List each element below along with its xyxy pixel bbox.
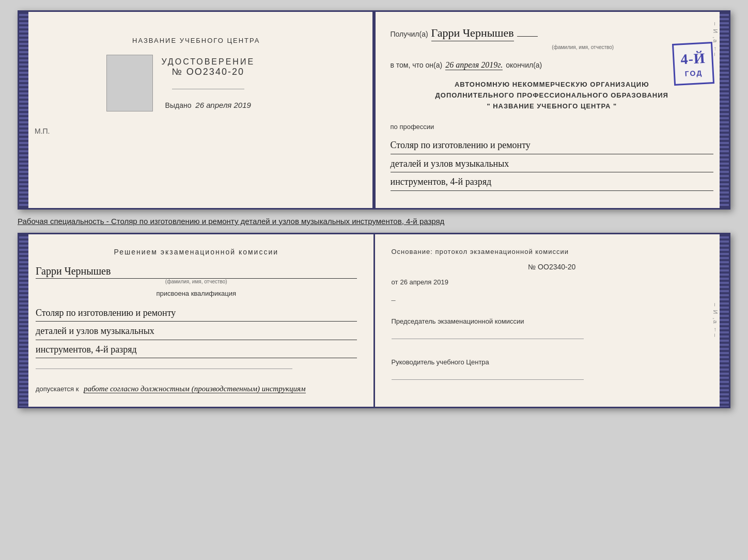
org-line3: " НАЗВАНИЕ УЧЕБНОГО ЦЕНТРА " (391, 101, 714, 112)
qualification-label: присвоена квалификация (36, 290, 357, 297)
finished-label: окончил(а) (506, 61, 542, 69)
side-decoration-right: – И ,а ←– (712, 22, 719, 57)
org-name-label: НАЗВАНИЕ УЧЕБНОГО ЦЕНТРА (132, 37, 260, 44)
exam-qual-line3: инструментов, 4-й разряд (36, 341, 357, 358)
director-block: Руководитель учебного Центра (392, 358, 713, 383)
bottom-certificate-spread: Решением экзаменационной комиссии Гарри … (18, 233, 730, 408)
exam-qual-block: Столяр по изготовлению и ремонту деталей… (36, 305, 357, 358)
allowed-prefix: допускается к (36, 385, 79, 393)
recipient-name: Гарри Чернышев (431, 26, 514, 41)
exam-person-name: Гарри Чернышев (36, 265, 357, 279)
bottom-right-binding-edge (720, 234, 729, 407)
photo-placeholder (106, 55, 153, 111)
chairman-label: Председатель экзаменационной комиссии (392, 317, 713, 326)
issued-date: 26 апреля 2019 (195, 101, 251, 109)
profession-line1: Столяр по изготовлению и ремонту (391, 137, 714, 154)
from-date: 26 апреля 2019 (400, 278, 448, 286)
cert-number: № OO2340-20 (161, 67, 255, 77)
spacer-dash: – (392, 295, 713, 305)
org-line1: АВТОНОМНУЮ НЕКОММЕРЧЕСКУЮ ОРГАНИЗАЦИЮ (391, 79, 714, 90)
exam-qual-line2: деталей и узлов музыкальных (36, 323, 357, 340)
issued-row: Выдано 26 апреля 2019 (165, 101, 251, 109)
director-label: Руководитель учебного Центра (392, 358, 713, 367)
exam-fio-hint: (фамилия, имя, отчество) (36, 279, 357, 284)
profession-prefix: по профессии (391, 123, 714, 131)
basis-label: Основание: протокол экзаменационной коми… (392, 248, 713, 255)
cert-right-page: 4-й ГОД Получил(а) Гарри Чернышев (фамил… (375, 12, 729, 208)
received-line: Получил(а) Гарри Чернышев (391, 26, 714, 41)
cert-number-section: УДОСТОВЕРЕНИЕ № OO2340-20 (161, 57, 255, 77)
org-block: АВТОНОМНУЮ НЕКОММЕРЧЕСКУЮ ОРГАНИЗАЦИЮ ДО… (391, 79, 714, 111)
allowed-row: допускается к работе согласно должностны… (36, 385, 357, 393)
in-fact-prefix: в том, что он(а) (391, 61, 443, 69)
profession-line3: инструментов, 4-й разряд (391, 173, 714, 190)
stamp-overlay: 4-й ГОД (672, 42, 714, 86)
exam-person-block: Гарри Чернышев (фамилия, имя, отчество) (36, 265, 357, 284)
issued-label: Выдано (165, 101, 192, 109)
mp-label: М.П. (35, 127, 50, 135)
cert-left-page: НАЗВАНИЕ УЧЕБНОГО ЦЕНТРА УДОСТОВЕРЕНИЕ №… (19, 12, 375, 208)
protocol-number: № OO2340-20 (392, 263, 713, 271)
right-binding-edge (720, 12, 729, 208)
from-prefix: от (392, 278, 398, 286)
exam-left-page: Решением экзаменационной комиссии Гарри … (19, 234, 375, 407)
allowed-text: работе согласно должностным (производств… (84, 385, 306, 393)
in-the-fact-row: в том, что он(а) 26 апреля 2019г. окончи… (391, 60, 714, 70)
stamp-grade: 4-й (680, 48, 706, 70)
profession-block: Столяр по изготовлению и ремонту деталей… (391, 137, 714, 190)
exam-right-page: Основание: протокол экзаменационной коми… (375, 234, 729, 407)
chairman-block: Председатель экзаменационной комиссии (392, 317, 713, 342)
received-prefix: Получил(а) (391, 30, 428, 38)
cert-label: УДОСТОВЕРЕНИЕ (161, 57, 255, 67)
exam-qual-line1: Столяр по изготовлению и ремонту (36, 305, 357, 322)
between-caption: Рабочая специальность - Столяр по изгото… (18, 217, 444, 226)
date-value: 26 апреля 2019г. (445, 60, 503, 70)
document-container: НАЗВАНИЕ УЧЕБНОГО ЦЕНТРА УДОСТОВЕРЕНИЕ №… (18, 10, 730, 408)
exam-side-decoration: – И ,а ←– (712, 303, 719, 338)
org-line2: ДОПОЛНИТЕЛЬНОГО ПРОФЕССИОНАЛЬНОГО ОБРАЗО… (391, 90, 714, 101)
decision-title: Решением экзаменационной комиссии (36, 248, 357, 256)
top-certificate-spread: НАЗВАНИЕ УЧЕБНОГО ЦЕНТРА УДОСТОВЕРЕНИЕ №… (18, 10, 730, 210)
date-from-line: от 26 апреля 2019 (392, 278, 713, 286)
stamp-text: ГОД (684, 69, 703, 78)
profession-line2: деталей и узлов музыкальных (391, 155, 714, 172)
